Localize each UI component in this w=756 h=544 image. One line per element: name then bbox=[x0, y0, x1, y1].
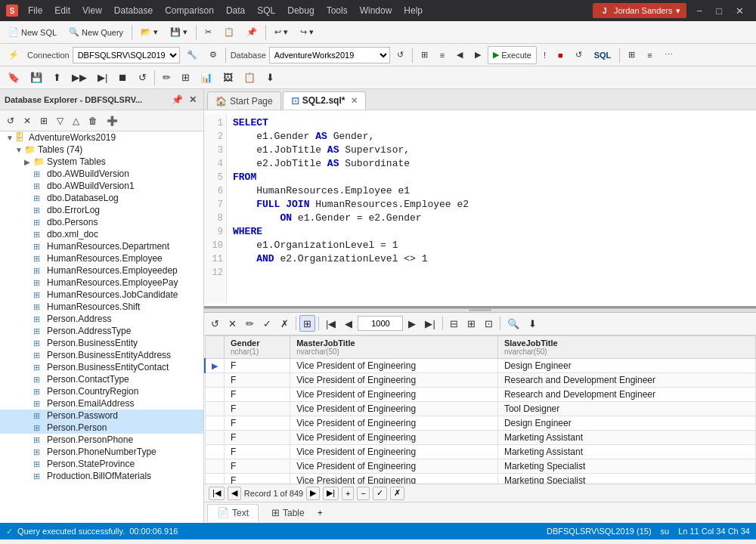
database-select[interactable]: AdventureWorks2019 bbox=[269, 47, 390, 63]
menu-debug[interactable]: Debug bbox=[282, 4, 319, 17]
tree-tables[interactable]: ▼ 📁 Tables (74) bbox=[0, 144, 203, 156]
maximize-button[interactable]: □ bbox=[710, 4, 728, 18]
grid-view-button[interactable]: ⊞ bbox=[623, 46, 640, 64]
table-row[interactable]: FVice President of EngineeringMarketing … bbox=[205, 430, 756, 444]
execute-button[interactable]: ▶ Execute bbox=[488, 46, 537, 64]
db-disconnect-button[interactable]: ✕ bbox=[20, 113, 35, 129]
bottom-tab-table[interactable]: ⊞ Table bbox=[262, 504, 314, 522]
results-export-button[interactable]: ⬇ bbox=[525, 315, 541, 332]
bookmark-button[interactable]: 🔖 bbox=[3, 69, 24, 87]
list-item[interactable]: ⊞ HumanResources.Shift bbox=[0, 301, 203, 313]
results-edit-view-button[interactable]: ⊡ bbox=[481, 315, 497, 332]
connection-select[interactable]: DBFSQLSRV\SQL2019 bbox=[73, 47, 180, 63]
list-item[interactable]: ⊞ Person.AddressType bbox=[0, 325, 203, 337]
stop-button[interactable]: ■ bbox=[553, 46, 569, 64]
reload-button[interactable]: ↺ bbox=[134, 69, 151, 87]
list-item[interactable]: ⊞ HumanResources.JobCandidate bbox=[0, 289, 203, 301]
cut-button[interactable]: ✂ bbox=[200, 23, 217, 42]
results-search-button[interactable]: 🔍 bbox=[503, 315, 523, 332]
list-item[interactable]: ⊞ dbo.AWBuildVersion1 bbox=[0, 180, 203, 192]
table-row[interactable]: ▶FVice President of EngineeringDesign En… bbox=[205, 358, 756, 372]
list-item[interactable]: ⊞ dbo.xml_doc bbox=[0, 228, 203, 240]
list-item[interactable]: ⊞ HumanResources.Employeedep bbox=[0, 264, 203, 277]
list-item[interactable]: ⊞ Person.BusinessEntityAddress bbox=[0, 349, 203, 361]
menu-tools[interactable]: Tools bbox=[321, 4, 353, 17]
list-item[interactable]: ⊞ Person.Address bbox=[0, 313, 203, 325]
list-view-button[interactable]: ≡ bbox=[642, 46, 657, 64]
sql-editor[interactable]: 123456789101112 SELECT e1.Gender AS Gend… bbox=[204, 110, 756, 308]
list-item[interactable]: ⊞ Person.StateProvince bbox=[0, 458, 203, 470]
stop2-button[interactable]: ⏹ bbox=[113, 69, 132, 87]
menu-window[interactable]: Window bbox=[355, 4, 398, 17]
results-edit-row-button[interactable]: ✏ bbox=[242, 315, 258, 332]
save2-button[interactable]: 💾 bbox=[26, 69, 47, 87]
run-all-button[interactable]: ▶▶ bbox=[67, 69, 91, 87]
image-button[interactable]: 🖼 bbox=[218, 69, 237, 87]
connection-filter-button[interactable]: ⚙ bbox=[204, 46, 222, 64]
menu-sql[interactable]: SQL bbox=[252, 4, 280, 17]
table-row[interactable]: FVice President of EngineeringMarketing … bbox=[205, 459, 756, 473]
align-button[interactable]: ≡ bbox=[435, 46, 450, 64]
results-prev-button[interactable]: ◀ bbox=[341, 315, 356, 332]
results-confirm-button[interactable]: ✓ bbox=[259, 315, 275, 332]
results-grid-button[interactable]: ⊞ bbox=[299, 315, 315, 332]
add-tab-button[interactable]: + bbox=[318, 508, 323, 518]
paste-button[interactable]: 📌 bbox=[241, 23, 262, 42]
bottom-tab-text[interactable]: 📄 Text bbox=[207, 504, 259, 522]
list-item[interactable]: ⊞ dbo.ErrorLog bbox=[0, 204, 203, 216]
list-item[interactable]: ⊞ HumanResources.Department bbox=[0, 240, 203, 252]
tree-item-system-tables[interactable]: ▶ 📁 System Tables bbox=[0, 156, 203, 168]
results-reject-button[interactable]: ✗ bbox=[277, 315, 293, 332]
menu-comparison[interactable]: Comparison bbox=[160, 4, 219, 17]
filter-button[interactable]: ⊞ bbox=[177, 69, 194, 87]
list-item[interactable]: ⊞ Person.ContactType bbox=[0, 373, 203, 385]
results-page-size-input[interactable] bbox=[358, 316, 403, 331]
close-button[interactable]: ✕ bbox=[730, 4, 750, 18]
list-item[interactable]: ⊞ Person.Password bbox=[0, 410, 203, 422]
tab-sql2[interactable]: ⊡ SQL2.sql* ✕ bbox=[283, 91, 367, 110]
sql-mode-button[interactable]: SQL bbox=[589, 46, 617, 64]
db-explorer-pin-icon[interactable]: 📌 bbox=[169, 94, 185, 106]
list-item[interactable]: ⊞ Person.PersonPhone bbox=[0, 434, 203, 446]
nav-delete-button[interactable]: − bbox=[357, 487, 369, 500]
menu-view[interactable]: View bbox=[77, 4, 107, 17]
nav-add-button[interactable]: + bbox=[342, 487, 354, 500]
menu-edit[interactable]: Edit bbox=[49, 4, 76, 17]
nav-first-button[interactable]: |◀ bbox=[209, 487, 225, 500]
nav-prev-button[interactable]: ◀ bbox=[228, 487, 241, 500]
nav-cancel-button[interactable]: ✗ bbox=[390, 487, 404, 500]
execute-options-button[interactable]: ! bbox=[538, 46, 551, 64]
table-row[interactable]: FVice President of EngineeringMarketing … bbox=[205, 444, 756, 459]
table-row[interactable]: FVice President of EngineeringTool Desig… bbox=[205, 401, 756, 416]
tree-root[interactable]: ▼ 🗄 AdventureWorks2019 bbox=[0, 131, 203, 144]
table-row[interactable]: FVice President of EngineeringResearch a… bbox=[205, 387, 756, 401]
tab-start-page[interactable]: 🏠 Start Page bbox=[207, 91, 281, 110]
results-next-button[interactable]: ▶ bbox=[404, 315, 420, 332]
connection-options-button[interactable]: ⚡ bbox=[3, 46, 24, 64]
db-explorer-close-icon[interactable]: ✕ bbox=[187, 94, 199, 106]
xml-button[interactable]: 📋 bbox=[239, 69, 260, 87]
menu-database[interactable]: Database bbox=[109, 4, 158, 17]
table-row[interactable]: FVice President of EngineeringDesign Eng… bbox=[205, 416, 756, 430]
results-column-view-button[interactable]: ⊟ bbox=[446, 315, 462, 332]
nav-last-button[interactable]: ▶| bbox=[323, 487, 339, 500]
results-row-view-button[interactable]: ⊞ bbox=[463, 315, 479, 332]
database-refresh-button[interactable]: ↺ bbox=[392, 46, 409, 64]
list-item[interactable]: ⊞ HumanResources.Employee bbox=[0, 252, 203, 264]
list-item[interactable]: ⊞ Person.Person bbox=[0, 422, 203, 434]
export-button[interactable]: ⬇ bbox=[262, 69, 279, 87]
list-item[interactable]: ⊞ Person.CountryRegion bbox=[0, 385, 203, 397]
table-row[interactable]: FVice President of EngineeringResearch a… bbox=[205, 372, 756, 387]
db-collapse-button[interactable]: △ bbox=[69, 113, 83, 129]
table-row[interactable]: FVice President of EngineeringMarketing … bbox=[205, 473, 756, 484]
edit-button[interactable]: ✏ bbox=[158, 69, 175, 87]
nav-confirm-button[interactable]: ✓ bbox=[373, 487, 387, 500]
redo-button[interactable]: ↪ ▾ bbox=[295, 23, 319, 42]
list-item[interactable]: ⊞ Person.BusinessEntity bbox=[0, 337, 203, 349]
list-item[interactable]: ⊞ dbo.AWBuildVersion bbox=[0, 168, 203, 180]
refresh-button[interactable]: ↺ bbox=[570, 46, 587, 64]
new-query-button[interactable]: 🔍 New Query bbox=[64, 23, 129, 42]
results-first-button[interactable]: |◀ bbox=[322, 315, 339, 332]
menu-file[interactable]: File bbox=[23, 4, 48, 17]
sql-code-area[interactable]: SELECT e1.Gender AS Gender, e1.JobTitle … bbox=[227, 113, 756, 303]
